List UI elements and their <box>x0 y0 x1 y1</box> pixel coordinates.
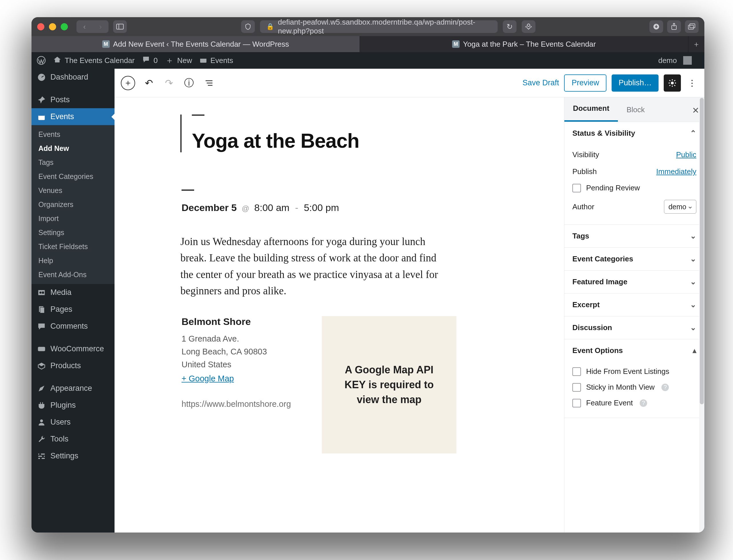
wp-logo[interactable] <box>37 56 46 65</box>
author-select[interactable]: demo <box>664 200 696 214</box>
sidebar-sub-add-new[interactable]: Add New <box>31 141 115 155</box>
sidebar-toggle-icon[interactable] <box>113 20 127 33</box>
tab-document[interactable]: Document <box>564 97 618 122</box>
pin-icon <box>37 96 46 104</box>
venue-country: United States <box>182 358 305 371</box>
panel-scrollbar[interactable] <box>699 97 704 533</box>
map-placeholder: A Google Map API KEY is required to view… <box>322 316 456 453</box>
help-icon[interactable]: ? <box>640 399 647 407</box>
sidebar-item-comments[interactable]: Comments <box>31 318 115 335</box>
sidebar-sub-ticket-fieldsets[interactable]: Ticket Fieldsets <box>31 240 115 254</box>
sidebar-item-products[interactable]: Products <box>31 357 115 374</box>
sidebar-item-appearance[interactable]: Appearance <box>31 380 115 397</box>
help-icon[interactable]: ? <box>661 384 669 391</box>
sidebar-item-settings[interactable]: Settings <box>31 447 115 464</box>
settings-toggle-button[interactable] <box>664 74 681 92</box>
comments-link[interactable]: 0 <box>142 56 157 66</box>
venue-addr2: Long Beach, CA 90803 <box>182 345 305 358</box>
back-button[interactable]: ‹ <box>76 20 92 33</box>
venue-block[interactable]: Belmont Shore 1 Grenada Ave. Long Beach,… <box>182 316 456 453</box>
sidebar-item-users[interactable]: Users <box>31 414 115 431</box>
svg-point-2 <box>527 24 530 27</box>
svg-rect-12 <box>38 114 45 116</box>
svg-rect-18 <box>38 347 45 351</box>
section-event-categories[interactable]: Event Categories⌄ <box>564 248 704 270</box>
sidebar-sub-event-categories[interactable]: Event Categories <box>31 169 115 184</box>
sidebar-item-dashboard[interactable]: Dashboard <box>31 69 115 86</box>
forward-button[interactable]: › <box>92 20 109 33</box>
sidebar-item-woocommerce[interactable]: WooCommerce <box>31 340 115 357</box>
site-link[interactable]: The Events Calendar <box>53 56 135 66</box>
outline-button[interactable] <box>203 77 215 89</box>
pending-review-checkbox[interactable] <box>572 184 581 192</box>
publish-button[interactable]: Publish… <box>612 74 659 92</box>
sidebar-sub-settings[interactable]: Settings <box>31 226 115 240</box>
downloads-icon[interactable] <box>649 20 663 33</box>
svg-point-23 <box>39 453 41 455</box>
google-map-link[interactable]: + Google Map <box>182 372 234 385</box>
sidebar-item-plugins[interactable]: Plugins <box>31 397 115 414</box>
save-draft-link[interactable]: Save Draft <box>523 78 559 87</box>
more-menu-button[interactable]: ⋮ <box>686 78 698 88</box>
maximize-window-icon[interactable] <box>61 23 68 30</box>
sidebar-sub-event-add-ons[interactable]: Event Add-Ons <box>31 268 115 282</box>
info-button[interactable]: ⓘ <box>183 77 195 89</box>
sidebar-sub-venues[interactable]: Venues <box>31 184 115 198</box>
description-block[interactable]: Join us Wednesday afternoons for yoga du… <box>180 233 447 299</box>
events-link[interactable]: Events <box>200 56 233 65</box>
editor-canvas[interactable]: Yoga at the Beach December 5 @ 8:00 am -… <box>115 97 564 533</box>
home-icon <box>53 56 61 66</box>
add-block-button[interactable]: ＋ <box>121 76 135 90</box>
publish-value[interactable]: Immediately <box>656 167 696 176</box>
privacy-report-icon[interactable] <box>241 20 255 33</box>
sidebar-item-tools[interactable]: Tools <box>31 431 115 447</box>
hide-from-listings-checkbox[interactable] <box>572 367 581 376</box>
section-title: Featured Image <box>572 277 627 286</box>
sidebar-item-events[interactable]: Events <box>31 108 115 125</box>
feature-event-checkbox[interactable] <box>572 399 581 407</box>
section-tags[interactable]: Tags⌄ <box>564 225 704 247</box>
sidebar-sub-import[interactable]: Import <box>31 212 115 226</box>
visibility-value[interactable]: Public <box>676 150 696 159</box>
panel-close-button[interactable]: ✕ <box>692 105 699 115</box>
section-header-status[interactable]: Status & Visibility ⌃ <box>564 122 704 145</box>
redo-button[interactable]: ↷ <box>163 77 175 89</box>
section-title: Event Options <box>572 346 623 355</box>
sidebar-sub-events[interactable]: Events <box>31 127 115 141</box>
section-header-event-options[interactable]: Event Options ▴ <box>564 339 704 362</box>
title-block[interactable]: Yoga at the Beach <box>180 115 452 152</box>
sticky-month-view-checkbox[interactable] <box>572 383 581 392</box>
post-title[interactable]: Yoga at the Beach <box>192 129 452 152</box>
sidebar-sub-organizers[interactable]: Organizers <box>31 198 115 212</box>
url-bar[interactable]: 🔒 defiant-peafowl.w5.sandbox.moderntribe… <box>260 20 498 33</box>
section-featured-image[interactable]: Featured Image⌄ <box>564 271 704 293</box>
dashboard-icon <box>37 73 46 82</box>
user-menu[interactable]: demo <box>658 56 692 65</box>
browser-tab-label: Yoga at the Park – The Events Calendar <box>463 40 596 49</box>
reload-button[interactable]: ↻ <box>503 20 517 33</box>
tab-block[interactable]: Block <box>618 98 653 122</box>
new-tab-button[interactable]: ＋ <box>688 36 704 52</box>
sidebar-item-posts[interactable]: Posts <box>31 91 115 108</box>
undo-button[interactable]: ↶ <box>143 77 155 89</box>
preview-button[interactable]: Preview <box>564 74 606 92</box>
woo-icon <box>37 345 46 353</box>
section-discussion[interactable]: Discussion⌄ <box>564 316 704 339</box>
sidebar-sub-help[interactable]: Help <box>31 254 115 268</box>
datetime-block[interactable]: December 5 @ 8:00 am - 5:00 pm <box>182 190 454 213</box>
new-link[interactable]: ＋ New <box>165 55 192 66</box>
share-icon[interactable] <box>667 20 681 33</box>
browser-tab-0[interactable]: M Add New Event ‹ The Events Calendar — … <box>31 36 360 52</box>
tabs-icon[interactable] <box>685 20 699 33</box>
sidebar-item-media[interactable]: Media <box>31 284 115 301</box>
sidebar-item-pages[interactable]: Pages <box>31 301 115 318</box>
section-event-options: Event Options ▴ Hide From Event Listings… <box>564 339 704 418</box>
close-window-icon[interactable] <box>37 23 44 30</box>
scrollbar-thumb[interactable] <box>700 98 704 404</box>
browser-tab-1[interactable]: M Yoga at the Park – The Events Calendar <box>360 36 688 52</box>
media-icon <box>37 288 46 297</box>
reader-icon[interactable] <box>522 20 535 33</box>
section-excerpt[interactable]: Excerpt⌄ <box>564 293 704 316</box>
sidebar-sub-tags[interactable]: Tags <box>31 155 115 169</box>
minimize-window-icon[interactable] <box>49 23 56 30</box>
